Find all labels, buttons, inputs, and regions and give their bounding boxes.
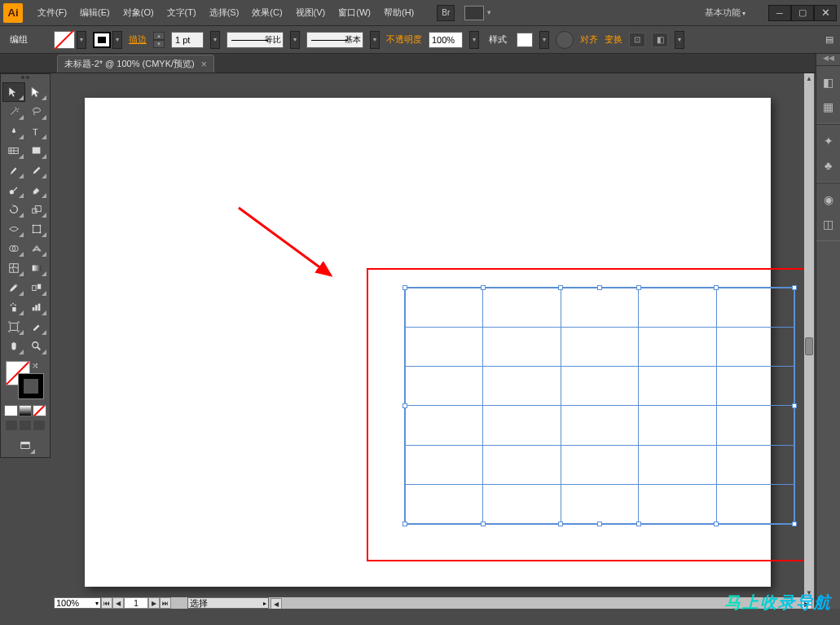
color-mode-button[interactable] [4,405,18,416]
scale-tool[interactable] [25,200,48,219]
panel-icon-6[interactable]: ◫ [818,213,839,235]
panel-grip[interactable] [2,76,48,81]
prev-artboard-button[interactable]: ◀ [112,597,124,609]
artboard-number-input[interactable] [124,597,148,609]
eraser-tool[interactable] [25,180,48,200]
free-transform-tool[interactable] [25,219,48,239]
profile-dropdown[interactable]: ▾ [290,31,300,49]
hand-tool[interactable] [2,337,25,356]
rectangular-grid-object[interactable] [404,287,795,525]
isolate-group-icon[interactable]: ⊡ [629,33,645,47]
scroll-thumb[interactable] [805,337,813,355]
last-artboard-button[interactable]: ⏭ [160,597,171,609]
zoom-level-combo[interactable]: 100%▾ [54,597,101,609]
rotate-tool[interactable] [2,200,25,219]
panel-icon-4[interactable]: ♣ [818,154,839,177]
stroke-color-box[interactable] [19,374,43,398]
document-tab[interactable]: 未标题-2* @ 100% (CMYK/预览) × [57,55,214,73]
menu-view[interactable]: 视图(V) [289,3,332,22]
expand-panels-icon[interactable]: ◀◀ [816,54,840,65]
paintbrush-tool[interactable] [2,161,25,180]
svg-rect-26 [35,305,37,310]
draw-inside-icon[interactable] [33,420,46,431]
panel-icon-1[interactable]: ◧ [818,71,839,94]
magic-wand-tool[interactable] [2,102,25,121]
type-tool[interactable]: T [25,121,48,141]
arrange-documents-icon[interactable] [464,6,484,20]
slice-tool[interactable] [25,317,48,337]
mesh-tool[interactable] [2,258,25,278]
screen-mode-button[interactable] [14,436,37,456]
swap-fill-stroke-icon[interactable]: ⤭ [32,361,38,370]
perspective-grid-tool[interactable] [25,239,48,258]
align-link[interactable]: 对齐 [580,33,598,46]
stroke-panel-link[interactable]: 描边 [129,33,147,46]
vertical-scrollbar[interactable]: ▲ ▼ [804,73,814,597]
menu-help[interactable]: 帮助(H) [377,3,420,22]
panel-icon-3[interactable]: ✦ [818,130,839,152]
maximize-button[interactable]: ▢ [791,5,814,21]
tab-close-icon[interactable]: × [201,59,207,70]
width-tool[interactable] [2,219,25,239]
artboard[interactable] [85,98,771,587]
pencil-tool[interactable] [25,161,48,180]
menu-window[interactable]: 窗口(W) [332,3,377,22]
lasso-tool[interactable] [25,102,48,121]
minimize-button[interactable]: ─ [768,5,791,21]
first-artboard-button[interactable]: ⏮ [101,597,112,609]
opacity-dropdown[interactable]: ▾ [469,31,479,49]
clip-dropdown[interactable]: ▾ [675,31,684,49]
menu-edit[interactable]: 编辑(E) [73,3,117,22]
gradient-tool[interactable] [25,258,48,278]
menu-select[interactable]: 选择(S) [203,3,246,22]
fill-swatch[interactable] [54,31,75,49]
next-artboard-button[interactable]: ▶ [148,597,160,609]
workspace-switcher[interactable]: 基本功能▾ [695,7,755,19]
symbol-sprayer-tool[interactable] [2,297,25,317]
panel-icon-2[interactable]: ▦ [818,95,839,118]
stroke-swatch[interactable] [93,32,111,48]
fill-stroke-control[interactable]: ⤭ [2,359,48,403]
draw-behind-icon[interactable] [19,420,32,431]
line-segment-tool[interactable] [2,141,25,161]
menu-object[interactable]: 对象(O) [117,3,161,22]
opacity-input[interactable] [429,32,463,48]
menu-type[interactable]: 文字(T) [161,3,203,22]
status-info-combo[interactable]: 选择▸ [187,597,269,609]
edit-clip-icon[interactable]: ◧ [652,33,668,47]
menu-effect[interactable]: 效果(C) [245,3,288,22]
blend-tool[interactable] [25,278,48,297]
pen-tool[interactable] [2,121,25,141]
recolor-artwork-button[interactable] [556,31,574,49]
draw-normal-icon[interactable] [5,420,18,431]
stroke-weight-spinner[interactable]: ▲▼ [153,32,165,48]
rectangle-tool[interactable] [25,141,48,161]
selection-tool[interactable] [2,82,25,102]
close-button[interactable]: ✕ [814,5,837,21]
window-controls: ─ ▢ ✕ [768,5,837,21]
menu-file[interactable]: 文件(F) [31,3,73,22]
eyedropper-tool[interactable] [2,278,25,297]
color-panel-icon[interactable]: ◉ [818,188,839,211]
opacity-link[interactable]: 不透明度 [386,33,422,46]
scroll-left-icon[interactable]: ◀ [270,598,282,609]
stroke-dropdown[interactable]: ▾ [112,31,122,49]
none-mode-button[interactable] [33,405,46,416]
brush-dropdown[interactable]: ▾ [370,31,380,49]
control-bar-menu-icon[interactable]: ▤ [825,34,833,45]
scroll-up-icon[interactable]: ▲ [804,73,814,83]
column-graph-tool[interactable] [25,297,48,317]
gradient-mode-button[interactable] [19,405,33,416]
bridge-icon[interactable]: Br [437,5,455,21]
zoom-tool[interactable] [25,337,48,356]
stroke-weight-dropdown[interactable]: ▾ [210,31,220,49]
transform-link[interactable]: 变换 [605,33,622,46]
shape-builder-tool[interactable] [2,239,25,258]
stroke-weight-input[interactable] [171,32,204,48]
direct-selection-tool[interactable] [25,82,48,102]
blob-brush-tool[interactable] [2,180,25,200]
style-dropdown[interactable]: ▾ [539,31,549,49]
fill-dropdown[interactable]: ▾ [77,31,86,49]
artboard-tool[interactable] [2,317,25,337]
graphic-style-swatch[interactable] [517,33,533,47]
